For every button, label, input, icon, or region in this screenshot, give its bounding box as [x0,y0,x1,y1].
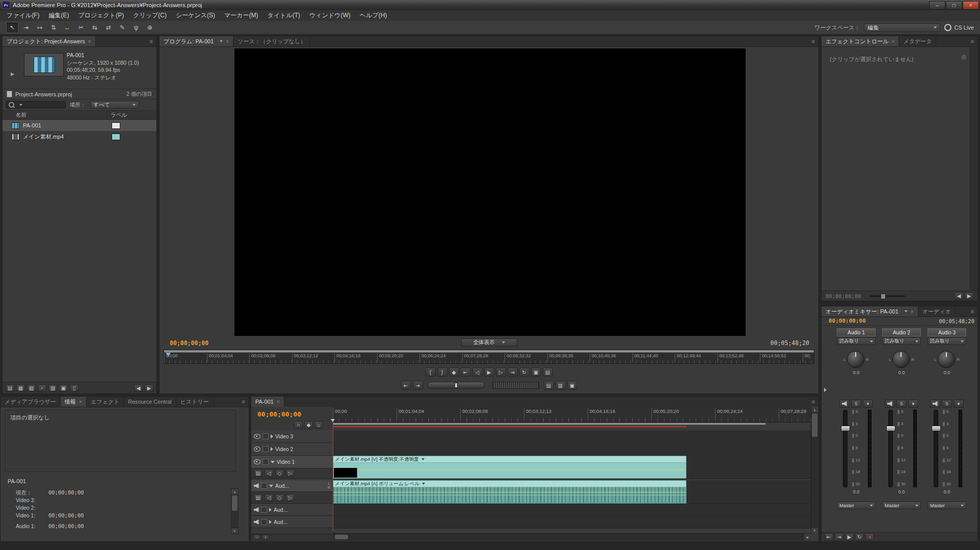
menu-title[interactable]: タイトル(T) [263,10,305,21]
mute-button[interactable] [930,400,940,408]
step-back-button[interactable]: ◁ [472,368,483,377]
pen-tool[interactable]: ✎ [116,22,128,33]
lane-audio3[interactable] [333,516,811,529]
search-input[interactable] [24,101,63,108]
expand-track-icon[interactable] [271,434,273,438]
menu-project[interactable]: プロジェクト(P) [73,10,128,21]
scroll-right-icon[interactable]: ▶ [804,534,811,540]
work-area-bar[interactable] [164,350,814,353]
tab-info[interactable]: 情報× [61,397,87,407]
column-label[interactable]: ラベル [111,112,127,119]
scroll-down-icon[interactable]: ▼ [811,527,818,533]
zoom-out-button[interactable]: − [253,535,260,540]
menu-window[interactable]: ウィンドウ(W) [305,10,355,21]
prev-keyframe-button[interactable]: ◁ [264,469,273,477]
level-value[interactable]: 0.0 [882,489,921,494]
go-to-in-button[interactable]: ⇤ [461,368,471,377]
extract-button[interactable]: ▥ [555,381,566,390]
playhead-line[interactable] [333,422,333,532]
project-item-movie[interactable]: メイン素材.mp4 [3,131,156,142]
audio-clip[interactable]: メイン素材.mp4 [A] ボリューム:レベル [333,480,686,504]
effects-scrollbar[interactable] [970,46,977,291]
fader-handle[interactable] [886,426,895,431]
record-arm-button[interactable]: ● [908,400,918,408]
opacity-rubber-band[interactable] [333,469,686,470]
sync-lock-icon[interactable] [261,507,267,513]
panel-menu-icon[interactable]: ≡ [967,36,977,46]
tab-project[interactable]: プロジェクト: Project-Answers× [3,36,96,46]
jog-control[interactable] [492,382,539,389]
tab-effects[interactable]: エフェクト [87,397,124,407]
level-value[interactable]: 0.0 [928,489,966,494]
close-tab-icon[interactable]: × [226,39,229,44]
volume-fader[interactable] [934,410,938,487]
next-keyframe-button[interactable]: ▶ [965,292,973,300]
timeline-ruler[interactable]: 00;0000;01;04;0400;02;08;0800;03;12;1200… [333,407,811,423]
icon-view-button[interactable]: ▦ [16,384,25,392]
next-keyframe-button[interactable]: ▷ [286,494,295,502]
maximize-button[interactable]: □ [946,1,962,10]
sync-lock-icon[interactable] [262,459,269,465]
tab-metadata[interactable]: メタデータ [899,36,936,46]
info-scrollbar[interactable]: ▲ ▼ [231,488,239,534]
pan-value[interactable]: 0.0 [928,370,966,375]
panel-menu-icon[interactable]: ≡ [808,36,818,46]
scrollbar-handle[interactable] [812,413,817,437]
ripple-edit-tool[interactable]: ↦ [34,22,46,33]
tab-source[interactable]: ソース：（クリップなし） [233,36,310,46]
menu-clip[interactable]: クリップ(C) [128,10,171,21]
solo-button[interactable]: S [896,400,907,408]
output-select[interactable]: Master [928,502,966,509]
playhead-handle[interactable] [331,419,335,422]
tab-audio[interactable]: オーディオ [918,306,956,317]
volume-fader[interactable] [888,410,893,487]
pan-knob[interactable] [892,351,910,368]
sync-lock-icon[interactable] [261,519,267,525]
tab-program[interactable]: プログラム: PA-001 × [160,36,233,46]
scroll-left-button[interactable]: ◀ [134,384,143,392]
zoom-level-select[interactable]: 全体表示 [461,338,517,347]
play-button[interactable]: ▶ [845,533,854,541]
tab-audio-mixer[interactable]: オーディオミキサー: PA-001 × [822,306,918,317]
effect-dropdown-caret-icon[interactable] [422,483,425,485]
tab-sequence[interactable]: PA-001× [251,397,284,407]
toggle-track-output-icon[interactable] [254,434,260,439]
new-item-button[interactable]: ▣ [59,384,68,392]
tab-resource-central[interactable]: Resource Central [124,397,176,407]
pan-value[interactable]: 0.0 [837,370,876,375]
lift-button[interactable]: ▤ [544,381,554,390]
go-to-out-button[interactable]: ⇥ [508,368,518,377]
set-marker-button[interactable]: ◆ [304,421,313,429]
program-time-ruler[interactable]: 00;0000;01;04;0400;02;08;0800;03;12;1200… [164,350,814,364]
cs-live-button[interactable]: CS Live [944,24,974,31]
scroll-down-icon[interactable]: ▼ [231,528,238,534]
expand-track-icon[interactable] [269,508,272,512]
panel-menu-icon[interactable]: ≡ [146,36,156,46]
prev-keyframe-button[interactable]: ◁ [264,494,273,502]
loop-button[interactable]: ↻ [519,368,529,377]
rate-stretch-tool[interactable]: ↔ [61,22,73,33]
label-chip[interactable] [112,134,120,140]
effects-sends-expander[interactable] [824,388,827,392]
sync-lock-icon[interactable] [261,483,267,489]
set-in-button[interactable]: { [426,368,436,377]
expand-track-icon[interactable] [269,520,272,524]
fader-handle[interactable] [841,426,850,431]
scroll-right-button[interactable]: ▶ [145,384,153,392]
scroll-up-icon[interactable]: ▲ [231,489,238,495]
add-keyframe-button[interactable]: ◇ [275,494,284,502]
snap-toggle[interactable]: ∩ [294,421,303,429]
lane-video2[interactable] [333,443,811,456]
go-to-out-button[interactable]: ⇥ [835,533,843,541]
safe-margins-button[interactable]: ▣ [531,368,541,377]
minimize-button[interactable]: – [929,1,945,10]
close-tab-icon[interactable]: × [277,399,280,405]
effect-dropdown-caret-icon[interactable] [421,458,425,460]
solo-button[interactable]: S [942,400,952,408]
pan-value[interactable]: 0.0 [882,370,921,375]
add-marker-button[interactable]: ◆ [449,368,459,377]
automation-mode-select[interactable]: 読み取り [882,337,921,345]
collapse-track-icon[interactable] [271,461,275,463]
record-arm-button[interactable]: ● [863,400,873,408]
sync-lock-icon[interactable] [262,433,269,439]
